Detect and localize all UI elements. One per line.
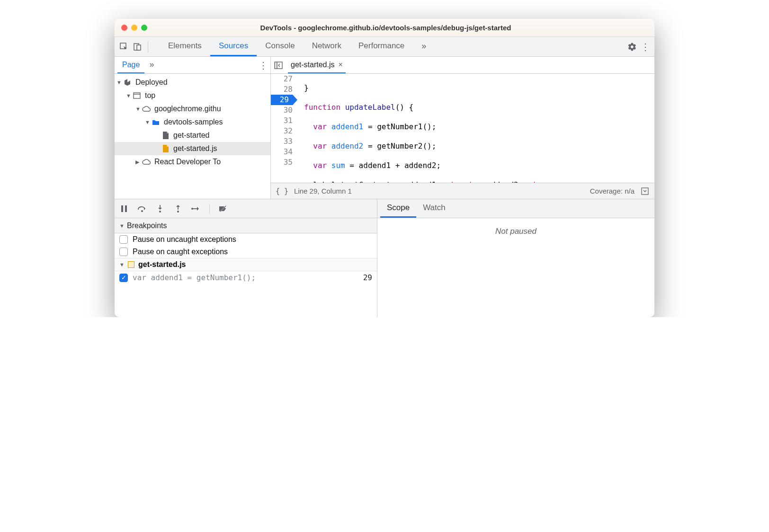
tree-deployed[interactable]: ▼ Deployed [115, 76, 270, 89]
file-icon [161, 131, 170, 140]
bp-line-number: 29 [363, 273, 372, 282]
line-gutter[interactable]: 272829303132333435 [271, 74, 296, 183]
pretty-print-icon[interactable]: { } [276, 187, 288, 195]
row-label: Pause on caught exceptions [133, 248, 228, 256]
sources-sidebar: Page » ⋮ ▼ Deployed ▼ top ▼ [115, 57, 271, 199]
cube-icon [123, 78, 132, 87]
tree-label: Deployed [135, 78, 168, 87]
tree-file-js[interactable]: get-started.js [115, 142, 270, 155]
cloud-icon [142, 158, 151, 166]
step-into-icon[interactable] [155, 204, 165, 213]
debugger-toolbar [115, 199, 377, 218]
close-tab-icon[interactable]: × [338, 61, 342, 69]
coverage-label: Coverage: n/a [590, 187, 635, 195]
cursor-position: Line 29, Column 1 [294, 187, 352, 195]
chevron-down-icon: ▼ [145, 119, 150, 125]
breakpoints-panel: ▼ Breakpoints Pause on uncaught exceptio… [115, 199, 377, 317]
bp-code-preview: var addend1 = getNumber1(); [133, 273, 358, 282]
editor-tab[interactable]: get-started.js × [288, 57, 346, 73]
more-icon[interactable]: ⋮ [641, 41, 650, 53]
chevron-down-icon: ▼ [135, 106, 140, 112]
sidebar-more-icon[interactable]: ⋮ [259, 60, 268, 71]
svg-point-15 [177, 211, 179, 213]
tree-label: get-started.js [173, 144, 217, 153]
svg-point-11 [141, 210, 143, 212]
main-toolbar: Elements Sources Console Network Perform… [115, 37, 654, 57]
tab-elements[interactable]: Elements [160, 37, 210, 56]
svg-point-17 [191, 208, 193, 210]
section-title: Breakpoints [127, 222, 167, 230]
chevron-down-icon: ▼ [119, 223, 124, 229]
tab-performance[interactable]: Performance [350, 37, 413, 56]
step-over-icon[interactable] [137, 204, 147, 213]
checkbox-unchecked[interactable] [119, 248, 128, 256]
bp-file-name: get-started.js [138, 260, 186, 269]
code-editor[interactable]: 272829303132333435 } function updateLabe… [271, 74, 654, 183]
tree-label: React Developer To [154, 158, 221, 166]
sidebar-tabs: Page » ⋮ [115, 57, 270, 74]
js-badge-icon [128, 261, 134, 268]
checkbox-checked[interactable]: ✓ [119, 274, 128, 282]
pause-uncaught-row[interactable]: Pause on uncaught exceptions [115, 233, 377, 246]
tree-label: devtools-samples [164, 118, 223, 126]
frame-icon [133, 91, 141, 100]
chevron-down-icon: ▼ [119, 262, 124, 267]
scope-watch-tabs: Scope Watch [377, 199, 654, 218]
pause-caught-row[interactable]: Pause on caught exceptions [115, 246, 377, 258]
breakpoint-file-header[interactable]: ▼ get-started.js [115, 258, 377, 271]
tab-scope[interactable]: Scope [380, 199, 416, 218]
sidebar-tab-page[interactable]: Page [117, 57, 144, 73]
tree-folder[interactable]: ▼ devtools-samples [115, 115, 270, 129]
breakpoint-marker: 29 [271, 95, 293, 105]
scope-watch-panel: Scope Watch Not paused [377, 199, 654, 317]
device-toggle-icon[interactable] [133, 42, 142, 52]
breakpoints-header[interactable]: ▼ Breakpoints [115, 218, 377, 233]
svg-rect-9 [121, 205, 123, 212]
devtools-window: DevTools - googlechrome.github.io/devtoo… [115, 19, 654, 317]
file-tree: ▼ Deployed ▼ top ▼ googlechrome.githu ▼ [115, 74, 270, 199]
pause-icon[interactable] [119, 204, 129, 213]
tab-watch[interactable]: Watch [416, 199, 452, 218]
svg-rect-3 [134, 93, 140, 98]
tree-extension[interactable]: ▶ React Developer To [115, 155, 270, 168]
window-titlebar: DevTools - googlechrome.github.io/devtoo… [115, 19, 654, 37]
cloud-icon [142, 105, 151, 113]
tree-label: googlechrome.githu [154, 105, 221, 113]
debugger-panel: ▼ Breakpoints Pause on uncaught exceptio… [115, 199, 654, 317]
tab-sources[interactable]: Sources [210, 37, 257, 56]
folder-icon [152, 118, 160, 126]
svg-rect-10 [125, 205, 127, 212]
editor-statusbar: { } Line 29, Column 1 Coverage: n/a [271, 183, 654, 199]
code-lines[interactable]: } function updateLabel() { var addend1 =… [296, 74, 654, 183]
step-out-icon[interactable] [173, 204, 183, 213]
svg-rect-2 [137, 45, 141, 50]
row-label: Pause on uncaught exceptions [133, 235, 236, 244]
editor-tab-label: get-started.js [291, 61, 334, 69]
tree-label: top [145, 91, 155, 100]
tab-console[interactable]: Console [257, 37, 303, 56]
tab-network[interactable]: Network [304, 37, 350, 56]
toggle-navigator-icon[interactable] [274, 61, 283, 70]
tree-file-html[interactable]: get-started [115, 129, 270, 142]
svg-rect-6 [275, 62, 277, 69]
svg-point-13 [159, 211, 161, 213]
panel-tabs: Elements Sources Console Network Perform… [160, 37, 435, 56]
deactivate-breakpoints-icon[interactable] [218, 204, 228, 213]
sidebar-tabs-overflow-icon[interactable]: » [144, 57, 159, 73]
inspect-icon[interactable] [119, 42, 129, 52]
checkbox-unchecked[interactable] [119, 235, 128, 244]
breakpoint-entry[interactable]: ✓ var addend1 = getNumber1(); 29 [115, 271, 377, 284]
step-icon[interactable] [191, 204, 201, 213]
window-title: DevTools - googlechrome.github.io/devtoo… [124, 24, 648, 32]
editor-area: get-started.js × 272829303132333435 } fu… [271, 57, 654, 199]
chevron-right-icon: ▶ [135, 159, 140, 165]
js-file-icon [161, 144, 170, 153]
not-paused-message: Not paused [377, 218, 654, 317]
tabs-overflow-icon[interactable]: » [413, 37, 435, 56]
drawer-toggle-icon[interactable] [640, 186, 650, 196]
svg-rect-8 [642, 188, 648, 195]
tree-top[interactable]: ▼ top [115, 89, 270, 102]
tree-origin[interactable]: ▼ googlechrome.githu [115, 102, 270, 115]
chevron-down-icon: ▼ [116, 80, 121, 85]
settings-icon[interactable] [627, 42, 637, 52]
